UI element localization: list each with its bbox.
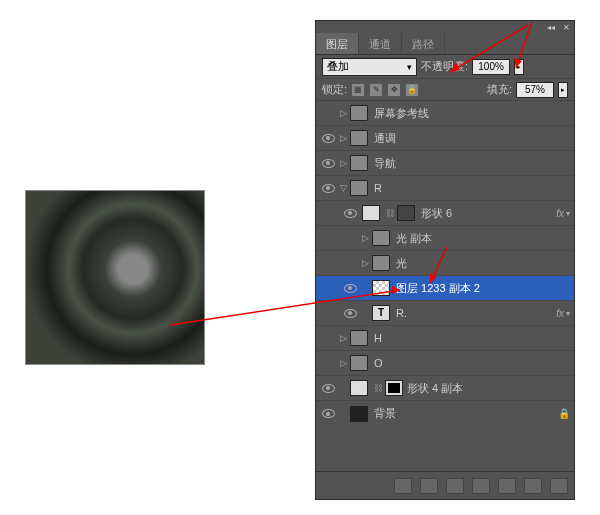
opacity-input[interactable] bbox=[472, 59, 510, 75]
lock-position-icon[interactable]: ✥ bbox=[387, 83, 401, 97]
layer-row-selected[interactable]: 图层 1233 副本 2 bbox=[316, 276, 574, 301]
chevron-right-icon[interactable]: ▷ bbox=[340, 333, 350, 343]
lock-all-icon[interactable]: 🔒 bbox=[405, 83, 419, 97]
folder-icon bbox=[350, 155, 368, 171]
visibility-toggle[interactable] bbox=[342, 280, 358, 296]
chevron-right-icon[interactable]: ▷ bbox=[340, 108, 350, 118]
new-layer-icon[interactable] bbox=[524, 478, 542, 494]
layer-row[interactable]: ▷ O bbox=[316, 351, 574, 376]
trash-icon[interactable] bbox=[550, 478, 568, 494]
layers-list: ▷ 屏幕参考线 ▷ 通调 ▷ 导航 ▽ R ⛓ 形状 6 f bbox=[316, 101, 574, 459]
layer-row[interactable]: ⛓ 形状 6 fx ▾ bbox=[316, 201, 574, 226]
fill-popout-icon[interactable]: ▸ bbox=[558, 82, 568, 98]
lock-transparency-icon[interactable]: ▦ bbox=[351, 83, 365, 97]
layer-row[interactable]: ▷ H bbox=[316, 326, 574, 351]
opacity-label: 不透明度: bbox=[421, 59, 468, 74]
fx-icon[interactable] bbox=[420, 478, 438, 494]
folder-icon bbox=[350, 105, 368, 121]
layer-name: 光 bbox=[396, 256, 570, 271]
new-group-icon[interactable] bbox=[498, 478, 516, 494]
layer-name: 图层 1233 副本 2 bbox=[396, 281, 570, 296]
folder-icon bbox=[350, 330, 368, 346]
blend-mode-select[interactable]: 叠加 bbox=[322, 58, 417, 76]
layer-name: R bbox=[374, 182, 570, 194]
visibility-toggle[interactable] bbox=[320, 105, 336, 121]
folder-icon bbox=[372, 255, 390, 271]
folder-icon bbox=[372, 230, 390, 246]
spacer bbox=[362, 308, 372, 318]
layer-name: 背景 bbox=[374, 406, 558, 421]
fx-label: fx bbox=[556, 208, 564, 219]
visibility-toggle[interactable] bbox=[320, 406, 336, 422]
chevron-down-icon[interactable]: ▾ bbox=[566, 309, 570, 318]
layer-row[interactable]: ▷ 光 bbox=[316, 251, 574, 276]
mask-icon[interactable] bbox=[446, 478, 464, 494]
tab-layers[interactable]: 图层 bbox=[316, 33, 359, 54]
lock-label: 锁定: bbox=[322, 82, 347, 97]
chevron-right-icon[interactable]: ▷ bbox=[340, 158, 350, 168]
visibility-toggle[interactable] bbox=[320, 330, 336, 346]
chevron-right-icon[interactable]: ▷ bbox=[340, 133, 350, 143]
visibility-toggle[interactable] bbox=[320, 355, 336, 371]
close-icon[interactable]: ✕ bbox=[563, 23, 570, 32]
tab-paths[interactable]: 路径 bbox=[402, 33, 445, 54]
visibility-toggle[interactable] bbox=[320, 380, 336, 396]
visibility-toggle[interactable] bbox=[320, 155, 336, 171]
layer-row[interactable]: ▷ 通调 bbox=[316, 126, 574, 151]
chevron-right-icon[interactable]: ▷ bbox=[362, 258, 372, 268]
text-layer-icon: T bbox=[372, 305, 390, 321]
chevron-right-icon[interactable]: ▷ bbox=[362, 233, 372, 243]
opacity-popout-icon[interactable]: ▸ bbox=[514, 59, 524, 75]
layer-row[interactable]: ▽ R bbox=[316, 176, 574, 201]
fill-input[interactable] bbox=[516, 82, 554, 98]
layer-thumb bbox=[372, 280, 390, 296]
layer-name: 屏幕参考线 bbox=[374, 106, 570, 121]
layer-row[interactable]: T R. fx ▾ bbox=[316, 301, 574, 326]
visibility-toggle[interactable] bbox=[320, 180, 336, 196]
layer-name: 形状 4 副本 bbox=[407, 381, 570, 396]
chevron-down-icon[interactable]: ▾ bbox=[566, 209, 570, 218]
panel-titlebar: ◂◂ ✕ bbox=[316, 21, 574, 33]
layers-panel: ◂◂ ✕ 图层 通道 路径 叠加 不透明度: ▸ 锁定: ▦ ✎ ✥ 🔒 填充:… bbox=[315, 20, 575, 500]
vector-mask-thumb bbox=[385, 380, 403, 396]
blend-mode-value: 叠加 bbox=[327, 59, 349, 74]
visibility-toggle[interactable] bbox=[342, 305, 358, 321]
spacer bbox=[340, 383, 350, 393]
visibility-toggle[interactable] bbox=[342, 230, 358, 246]
blend-opacity-row: 叠加 不透明度: ▸ bbox=[316, 55, 574, 79]
layer-row[interactable]: ▷ 光 副本 bbox=[316, 226, 574, 251]
layer-name: R. bbox=[396, 307, 556, 319]
shape-thumb bbox=[350, 380, 368, 396]
layer-name: H bbox=[374, 332, 570, 344]
layer-name: 形状 6 bbox=[421, 206, 556, 221]
layer-row[interactable]: ▷ 导航 bbox=[316, 151, 574, 176]
eye-icon bbox=[344, 209, 357, 218]
folder-icon bbox=[350, 130, 368, 146]
texture-preview bbox=[25, 190, 205, 365]
chevron-right-icon[interactable]: ▷ bbox=[340, 358, 350, 368]
layers-footer bbox=[316, 471, 574, 499]
eye-icon bbox=[322, 134, 335, 143]
lock-image-icon[interactable]: ✎ bbox=[369, 83, 383, 97]
vector-mask-thumb bbox=[397, 205, 415, 221]
collapse-icon[interactable]: ◂◂ bbox=[547, 23, 555, 32]
visibility-toggle[interactable] bbox=[342, 255, 358, 271]
visibility-toggle[interactable] bbox=[320, 130, 336, 146]
eye-icon bbox=[322, 184, 335, 193]
visibility-toggle[interactable] bbox=[342, 205, 358, 221]
layer-name: 通调 bbox=[374, 131, 570, 146]
layer-row[interactable]: 背景 🔒 bbox=[316, 401, 574, 426]
layer-row[interactable]: ⛓ 形状 4 副本 bbox=[316, 376, 574, 401]
spacer bbox=[340, 409, 350, 419]
tab-channels[interactable]: 通道 bbox=[359, 33, 402, 54]
fx-label: fx bbox=[556, 308, 564, 319]
layer-row[interactable]: ▷ 屏幕参考线 bbox=[316, 101, 574, 126]
eye-icon bbox=[322, 159, 335, 168]
layer-name: 光 副本 bbox=[396, 231, 570, 246]
folder-icon bbox=[350, 180, 368, 196]
link-layers-icon[interactable] bbox=[394, 478, 412, 494]
chevron-down-icon[interactable]: ▽ bbox=[340, 183, 350, 193]
link-icon: ⛓ bbox=[386, 208, 394, 218]
eye-icon bbox=[344, 309, 357, 318]
adjustment-icon[interactable] bbox=[472, 478, 490, 494]
